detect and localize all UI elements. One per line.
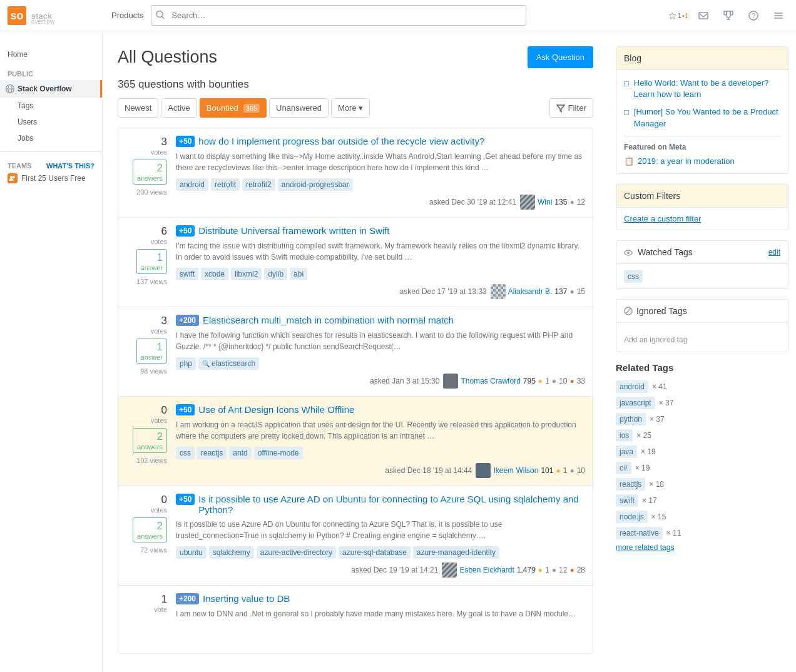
- tag[interactable]: xcode: [201, 268, 228, 280]
- user-name[interactable]: Wini: [538, 198, 552, 206]
- tag[interactable]: azure-managed-identity: [413, 546, 499, 559]
- related-tag-row: node.js× 15: [616, 511, 788, 523]
- tag[interactable]: dylib: [264, 268, 287, 280]
- hamburger-icon[interactable]: [768, 6, 788, 26]
- related-tag[interactable]: reactjs: [616, 478, 645, 491]
- whats-this-link[interactable]: What's this?: [46, 162, 94, 170]
- tag[interactable]: azure-active-directory: [257, 546, 336, 559]
- trophy-icon[interactable]: [718, 6, 738, 26]
- related-tag[interactable]: ios: [616, 429, 633, 442]
- filter-tab-unanswered[interactable]: Unanswered: [269, 98, 329, 118]
- tag[interactable]: retrofit2: [242, 178, 275, 191]
- bronze-badge: ●: [569, 377, 574, 385]
- tag[interactable]: reactjs: [197, 447, 227, 459]
- filter-tab-newest[interactable]: Newest: [118, 98, 158, 118]
- bounty-badge: +50: [176, 225, 195, 237]
- user-name[interactable]: Esben Eickhardt: [459, 566, 514, 574]
- table-row: 0 votes 2 answers 72 views: [118, 486, 593, 586]
- blog-link-1[interactable]: □ Hello World: Want to be a developer? L…: [624, 78, 780, 100]
- filter-tab-more[interactable]: More ▾: [331, 98, 370, 118]
- first-users-label: First 25 Users Free: [21, 174, 86, 183]
- related-tag[interactable]: node.js: [616, 511, 648, 523]
- question-title-link[interactable]: Is it possible to use Azure AD on Ubuntu…: [198, 494, 585, 515]
- help-icon[interactable]: ?: [743, 6, 763, 26]
- first-users-item[interactable]: First 25 Users Free: [8, 170, 94, 187]
- edit-watched-tags-link[interactable]: edit: [768, 248, 780, 257]
- bounty-badge: +50: [176, 404, 195, 415]
- site-logo[interactable]: so stack overflow: [8, 6, 101, 25]
- question-title-link[interactable]: Use of Ant Design Icons While Offline: [198, 404, 354, 415]
- tag[interactable]: sqlalchemy: [209, 546, 254, 559]
- related-tag[interactable]: android: [616, 380, 648, 393]
- stackoverflow-label: Stack Overflow: [18, 84, 72, 93]
- filter-tab-bountied[interactable]: Bountied 365: [200, 98, 267, 118]
- question-title-link[interactable]: Distribute Universal framework written i…: [198, 225, 389, 236]
- tag[interactable]: php: [176, 357, 196, 370]
- more-related-tags-link[interactable]: more related tags: [616, 543, 788, 552]
- asked-date: asked Dec 19 '19 at 14:21: [351, 566, 438, 574]
- related-tag[interactable]: react-native: [616, 527, 663, 539]
- tag[interactable]: android: [176, 178, 208, 191]
- bounty-badge: +200: [176, 593, 199, 604]
- related-tag-count: × 37: [659, 399, 674, 407]
- user-name[interactable]: Thomas Crawford: [461, 377, 520, 385]
- related-tag[interactable]: javascript: [616, 397, 655, 409]
- tag[interactable]: swift: [176, 268, 198, 280]
- svg-point-18: [10, 176, 13, 178]
- user-name[interactable]: Ikeem Wilson: [493, 466, 538, 475]
- question-body: +200 Elasticsearch multi_match in combin…: [176, 315, 585, 389]
- create-filter-link[interactable]: Create a custom filter: [624, 214, 702, 223]
- sidebar-item-users[interactable]: Users: [0, 114, 102, 130]
- ask-question-button[interactable]: Ask Question: [528, 46, 593, 68]
- sidebar-item-stackoverflow[interactable]: Stack Overflow: [0, 80, 102, 98]
- question-stats: 0 votes 2 answers 102 views: [126, 404, 176, 478]
- question-body: +50 Distribute Universal framework writt…: [176, 225, 585, 299]
- asked-date: asked Jan 3 at 15:30: [370, 377, 439, 385]
- bountied-count: 365: [243, 104, 260, 113]
- filter-button[interactable]: Filter: [549, 98, 593, 118]
- related-tag[interactable]: java: [616, 445, 637, 458]
- bounty-badge: +50: [176, 136, 195, 147]
- search-input[interactable]: [151, 5, 526, 26]
- featured-link-1[interactable]: 📋 2019: a year in moderation: [624, 156, 780, 166]
- related-tag-count: × 19: [635, 464, 650, 472]
- watched-tag[interactable]: css: [624, 270, 643, 283]
- sidebar-item-home[interactable]: Home: [0, 46, 102, 63]
- filter-tab-active[interactable]: Active: [161, 98, 196, 118]
- silver-badge: ●: [569, 198, 574, 206]
- question-user: Ikeem Wilson 101 ●1 ●10: [476, 463, 585, 478]
- tag[interactable]: ubuntu: [176, 546, 207, 559]
- achievements-icon[interactable]: 1 •1: [668, 6, 688, 26]
- sidebar-item-jobs[interactable]: Jobs: [0, 130, 102, 146]
- tag[interactable]: 🔍elasticsearch: [198, 357, 259, 370]
- search-icon: [156, 10, 165, 21]
- gold-badge: ●: [556, 466, 560, 475]
- question-title-link[interactable]: Elasticsearch multi_match in combination…: [203, 315, 454, 325]
- related-tag[interactable]: python: [616, 413, 646, 425]
- tag[interactable]: css: [176, 447, 195, 459]
- related-tag-row: react-native× 11: [616, 527, 788, 539]
- table-row: 0 votes 2 answers 102 views: [118, 397, 593, 486]
- table-row: 6 votes 1 answer 137 views: [118, 218, 593, 307]
- related-tag[interactable]: c#: [616, 462, 631, 474]
- blog-link-2[interactable]: □ [Humor] So You Wanted to be a Product …: [624, 106, 780, 129]
- asked-date: asked Dec 17 '19 at 13:33: [400, 287, 487, 296]
- related-tag[interactable]: swift: [616, 494, 638, 507]
- tag[interactable]: libxml2: [231, 268, 262, 280]
- tag[interactable]: retrofit: [211, 178, 240, 191]
- tag[interactable]: antd: [229, 447, 251, 459]
- inbox-icon[interactable]: [693, 6, 713, 26]
- tag[interactable]: offline-mode: [254, 447, 303, 459]
- add-ignored-tag[interactable]: Add an ignored tag: [624, 335, 780, 344]
- tag[interactable]: azure-sql-database: [339, 546, 411, 559]
- svg-rect-7: [699, 13, 708, 19]
- question-title-link[interactable]: Inserting value to DB: [203, 593, 290, 604]
- user-name[interactable]: Aliaksandr B.: [508, 287, 553, 296]
- question-title-link[interactable]: how do I implement progress bar outside …: [198, 136, 484, 146]
- tag[interactable]: android-progressbar: [278, 178, 353, 191]
- sidebar-item-tags[interactable]: Tags: [0, 98, 102, 114]
- related-tag-row: android× 41: [616, 380, 788, 393]
- svg-point-19: [13, 176, 15, 178]
- products-link[interactable]: Products: [111, 11, 143, 20]
- tag[interactable]: abi: [290, 268, 307, 280]
